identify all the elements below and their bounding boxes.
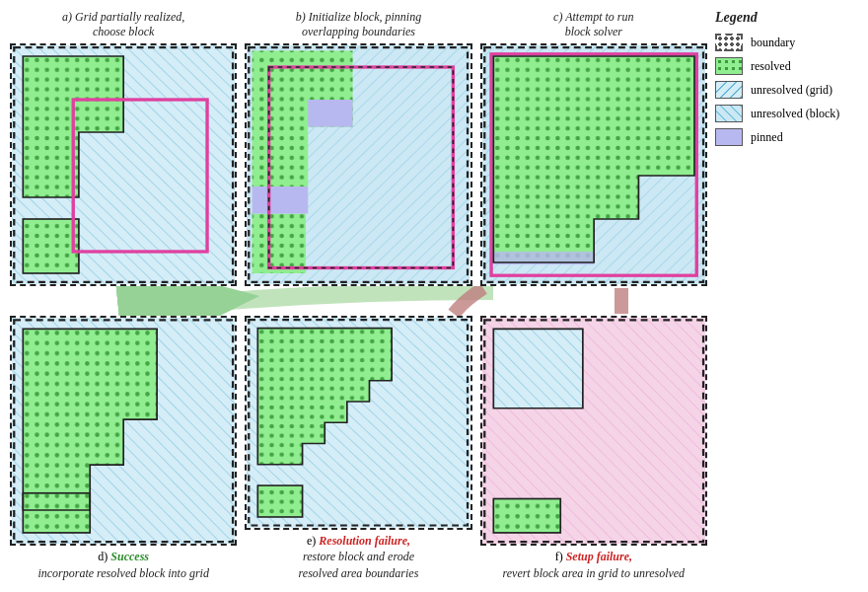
- panel-e-body2: resolved area boundaries: [299, 566, 419, 580]
- panel-d-prefix: d): [98, 550, 110, 563]
- panel-c-svg: [482, 45, 705, 284]
- bottom-row: d) Success incorporate resolved block in…: [10, 316, 858, 582]
- legend-item-unresolved-grid: unresolved (grid): [715, 81, 858, 99]
- panel-e-prefix: e): [307, 534, 319, 548]
- panel-c: [480, 43, 707, 286]
- bottom-legend-spacer: [715, 316, 858, 582]
- flow-arrows-row: [10, 286, 858, 306]
- legend-label-resolved: resolved: [751, 59, 791, 74]
- flow-arrows-svg: [10, 286, 740, 316]
- panel-b: [245, 43, 471, 286]
- legend-swatch-grid: [715, 81, 743, 99]
- legend-title: Legend: [715, 10, 858, 26]
- panel-d-body: incorporate resolved block into grid: [37, 566, 209, 580]
- panel-e-wrapper: e) Resolution failure, restore block and…: [245, 316, 471, 582]
- legend-item-resolved: resolved: [715, 57, 858, 75]
- legend-swatch-pinned: [715, 128, 743, 146]
- svg-marker-67: [493, 329, 583, 407]
- panel-f-caption: f) Setup failure, revert block area in g…: [503, 549, 686, 582]
- panel-a-label: a) Grid partially realized, choose block: [62, 10, 184, 39]
- legend-label-pinned: pinned: [751, 130, 783, 145]
- legend-item-unresolved-block: unresolved (block): [715, 105, 858, 122]
- panel-b-label2-text: overlapping boundaries: [302, 25, 415, 38]
- svg-rect-22: [253, 186, 309, 214]
- panel-e-body: restore block and erode: [303, 550, 414, 563]
- legend-swatch-resolved: [715, 57, 743, 75]
- legend-wrapper: Legend boundary resolved unresolved (gri…: [715, 10, 858, 286]
- panel-b-wrapper: b) Initialize block, pinning overlapping…: [245, 10, 471, 286]
- panel-e-caption: e) Resolution failure, restore block and…: [299, 533, 419, 582]
- panel-a: [10, 43, 237, 286]
- panel-c-wrapper: c) Attempt to run block solver: [480, 10, 707, 286]
- svg-marker-21: [309, 100, 353, 127]
- svg-rect-46: [23, 493, 90, 533]
- panel-a-label-text: a) Grid partially realized,: [62, 10, 184, 24]
- legend-item-pinned: pinned: [715, 128, 858, 146]
- panel-e-fail: Resolution failure,: [319, 534, 410, 548]
- legend-swatch-boundary: [715, 34, 743, 51]
- legend-label-grid: unresolved (grid): [751, 83, 832, 98]
- panel-c-label2-text: block solver: [565, 25, 622, 38]
- panel-f-wrapper: f) Setup failure, revert block area in g…: [480, 316, 707, 582]
- panel-d-caption: d) Success incorporate resolved block in…: [37, 549, 209, 582]
- main-container: a) Grid partially realized, choose block: [0, 0, 868, 592]
- svg-rect-57: [258, 485, 303, 517]
- panel-d-success: Success: [110, 550, 149, 563]
- panel-d-wrapper: d) Success incorporate resolved block in…: [10, 316, 237, 582]
- panel-d: [10, 316, 237, 546]
- panel-a-wrapper: a) Grid partially realized, choose block: [10, 10, 237, 286]
- panel-b-label-text: b) Initialize block, pinning: [296, 10, 421, 24]
- svg-rect-69: [493, 499, 560, 533]
- panel-f-fail: Setup failure,: [566, 550, 632, 563]
- panel-d-svg: [12, 318, 235, 544]
- panel-e-svg: [247, 318, 470, 528]
- panel-f-svg: [482, 318, 705, 544]
- panel-b-label: b) Initialize block, pinning overlapping…: [296, 10, 421, 39]
- panel-f-body: revert block area in grid to unresolved: [503, 566, 686, 580]
- panel-e: [245, 316, 471, 530]
- panel-c-label-text: c) Attempt to run: [553, 10, 633, 24]
- top-row: a) Grid partially realized, choose block: [10, 10, 858, 286]
- legend-label-boundary: boundary: [751, 36, 795, 50]
- panel-a-label2-text: choose block: [93, 25, 154, 38]
- legend-label-block: unresolved (block): [751, 107, 839, 121]
- panel-b-svg: [247, 45, 470, 284]
- svg-rect-8: [23, 219, 79, 273]
- svg-rect-20: [253, 214, 306, 274]
- panel-f: [480, 316, 707, 546]
- panel-c-label: c) Attempt to run block solver: [553, 10, 633, 39]
- legend-item-boundary: boundary: [715, 34, 858, 51]
- panel-a-svg: [12, 45, 235, 284]
- legend-swatch-block: [715, 105, 743, 122]
- panel-f-prefix: f): [555, 550, 566, 563]
